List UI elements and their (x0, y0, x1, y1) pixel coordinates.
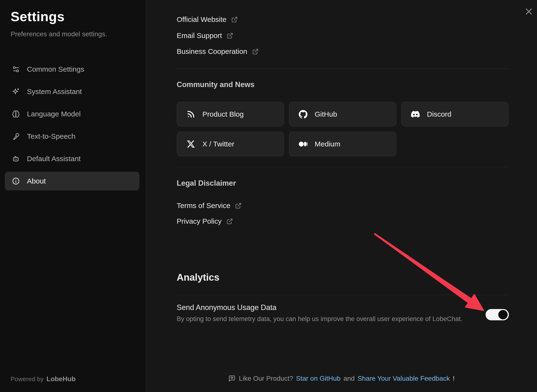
discord-button[interactable]: Discord (401, 102, 509, 126)
section-divider (177, 167, 509, 167)
usage-data-label: Send Anonymous Usage Data (177, 303, 276, 312)
analytics-heading: Analytics (177, 272, 219, 283)
sidebar-item-label: Language Model (27, 110, 81, 118)
sidebar-item-language-model[interactable]: Language Model (5, 105, 139, 123)
github-icon (299, 110, 307, 119)
footer-text-and: and (343, 375, 355, 382)
sidebar-item-about[interactable]: About (5, 172, 139, 190)
close-icon (525, 7, 533, 16)
terms-of-service-link[interactable]: Terms of Service (177, 201, 242, 210)
email-support-link[interactable]: Email Support (177, 31, 233, 40)
sidebar-item-label: Default Assistant (27, 155, 81, 163)
sliders-icon (12, 65, 20, 73)
x-twitter-icon (187, 140, 195, 148)
section-divider (177, 69, 509, 69)
message-heart-icon (228, 375, 236, 382)
star-on-github-link[interactable]: Star on GitHub (296, 375, 340, 382)
external-link-icon (252, 48, 259, 55)
close-button[interactable] (521, 3, 537, 20)
section-divider (177, 295, 509, 295)
usage-data-toggle[interactable] (486, 309, 509, 320)
powered-by: Powered by LobeHub (11, 375, 76, 383)
sidebar-item-label: About (27, 177, 46, 185)
powered-by-text: Powered by (11, 375, 44, 383)
sidebar-item-default-assistant[interactable]: Default Assistant (5, 149, 139, 168)
share-feedback-link[interactable]: Share Your Valuable Feedback (357, 375, 450, 382)
sidebar-item-text-to-speech[interactable]: Text-to-Speech (5, 127, 139, 146)
sidebar-item-label: Text-to-Speech (27, 132, 75, 140)
info-icon (12, 177, 20, 185)
external-link-icon (226, 218, 233, 225)
sidebar-item-label: System Assistant (27, 88, 82, 96)
settings-nav: Common Settings System Assistant Languag… (5, 60, 139, 194)
discord-icon (411, 110, 420, 119)
product-blog-button[interactable]: Product Blog (177, 102, 284, 126)
page-subtitle: Preferences and model settings. (11, 30, 107, 38)
medium-button[interactable]: Medium (289, 132, 396, 156)
mic-icon (12, 133, 20, 140)
about-panel: Contact Us Official Website Email Suppor… (146, 0, 537, 392)
footer-text-prefix: Like Our Product? (239, 375, 293, 382)
x-twitter-button[interactable]: X / Twitter (177, 132, 284, 156)
official-website-link[interactable]: Official Website (177, 15, 238, 24)
lobechat-settings-window: { "window": { "close_label": "close" }, … (0, 0, 537, 392)
privacy-policy-link[interactable]: Privacy Policy (177, 216, 233, 226)
settings-sidebar: Settings Preferences and model settings.… (0, 0, 146, 392)
sidebar-item-label: Common Settings (27, 65, 84, 73)
sidebar-item-system-assistant[interactable]: System Assistant (5, 82, 139, 101)
external-link-icon (227, 32, 233, 39)
github-button[interactable]: GitHub (289, 102, 396, 126)
external-link-icon (235, 202, 242, 209)
community-buttons: Product Blog GitHub Discord X / Twitter … (177, 102, 509, 156)
lobehub-brand[interactable]: LobeHub (46, 375, 75, 383)
community-heading: Community and News (177, 80, 255, 89)
external-link-icon (231, 16, 238, 23)
bot-icon (12, 155, 20, 163)
contact-us-heading: Contact Us (177, 0, 216, 2)
legal-heading: Legal Disclaimer (177, 179, 236, 188)
rss-icon (187, 110, 195, 119)
toggle-knob (498, 310, 508, 319)
medium-icon (299, 140, 307, 148)
feedback-footer: Like Our Product? Star on GitHub and Sha… (146, 375, 537, 382)
business-cooperation-link[interactable]: Business Cooperation (177, 47, 259, 56)
usage-data-description: By opting to send telemetry data, you ca… (177, 315, 462, 323)
footer-text-suffix: ! (453, 375, 455, 382)
page-title: Settings (11, 9, 65, 24)
sidebar-item-common-settings[interactable]: Common Settings (5, 60, 139, 79)
sparkles-icon (12, 88, 20, 95)
brain-icon (12, 110, 20, 118)
